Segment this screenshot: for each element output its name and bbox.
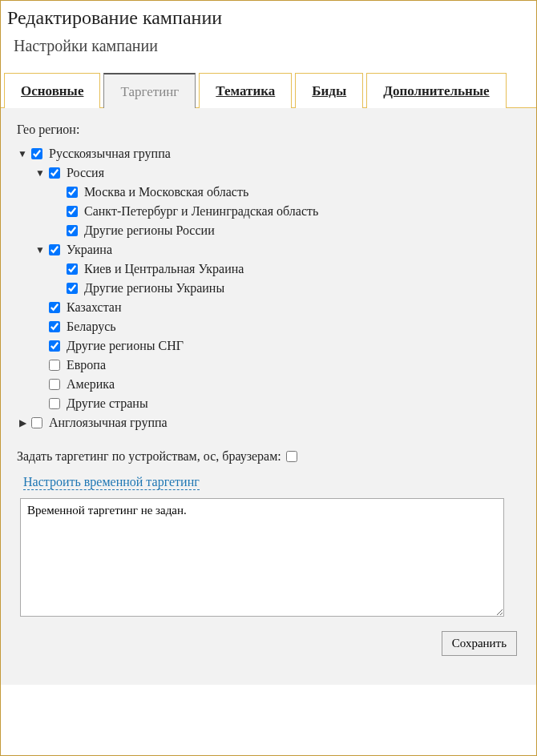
geo-checkbox[interactable] (49, 360, 60, 371)
geo-node-label: Санкт-Петербург и Ленинградская область (84, 204, 318, 219)
geo-node-label: Европа (67, 358, 106, 372)
tab-bar: ОсновныеТаргетингТематикаБидыДополнитель… (1, 73, 536, 108)
time-targeting-link[interactable]: Настроить временной таргетинг (23, 475, 200, 490)
geo-node-label: Россия (67, 166, 104, 180)
geo-checkbox[interactable] (67, 206, 78, 217)
geo-node-label: Другие страны (67, 396, 148, 411)
page-title: Редактирование кампании (7, 7, 527, 29)
geo-checkbox[interactable] (67, 263, 78, 275)
geo-checkbox[interactable] (49, 302, 60, 313)
geo-checkbox[interactable] (49, 167, 60, 179)
geo-node-label: Англоязычная группа (49, 416, 168, 430)
geo-tree: ▼Русскоязычная группа▼Россия▶Москва и Мо… (17, 147, 520, 430)
geo-node-label: Другие регионы СНГ (67, 339, 184, 353)
caret-right-icon[interactable]: ▶ (17, 417, 28, 429)
geo-node-label: Украина (67, 243, 112, 257)
tab-extra[interactable]: Дополнительные (366, 73, 506, 108)
geo-checkbox[interactable] (31, 417, 42, 428)
tab-targeting[interactable]: Таргетинг (103, 73, 196, 108)
geo-checkbox[interactable] (67, 225, 78, 236)
tab-theme[interactable]: Тематика (199, 73, 292, 108)
geo-node-label: Беларусь (67, 320, 116, 334)
geo-region-label: Гео регион: (17, 123, 520, 137)
geo-node-label: Казахстан (67, 300, 121, 315)
tab-bids[interactable]: Биды (295, 73, 363, 108)
geo-node-label: Москва и Московская область (84, 185, 248, 199)
caret-down-icon[interactable]: ▼ (17, 148, 28, 160)
geo-node-label: Киев и Центральная Украина (84, 262, 244, 276)
geo-node-label: Русскоязычная группа (49, 147, 171, 161)
geo-node-label: Другие регионы России (84, 223, 215, 238)
geo-checkbox[interactable] (31, 148, 42, 159)
device-targeting-checkbox[interactable] (286, 451, 297, 462)
caret-down-icon[interactable]: ▼ (34, 244, 46, 256)
device-targeting-label: Задать таргетинг по устройствам, ос, бра… (17, 449, 281, 464)
geo-checkbox[interactable] (67, 283, 78, 294)
geo-checkbox[interactable] (49, 398, 60, 409)
tab-panel-targeting: Гео регион: ▼Русскоязычная группа▼Россия… (1, 108, 536, 685)
tab-main[interactable]: Основные (4, 73, 100, 108)
geo-node-label: Другие регионы Украины (84, 281, 224, 296)
geo-checkbox[interactable] (49, 340, 60, 352)
geo-node-label: Америка (67, 377, 115, 392)
geo-checkbox[interactable] (67, 187, 78, 198)
page-subtitle: Настройки кампании (14, 37, 527, 55)
save-button[interactable]: Сохранить (442, 631, 517, 656)
time-targeting-textarea[interactable] (20, 498, 504, 617)
geo-checkbox[interactable] (49, 321, 60, 332)
geo-checkbox[interactable] (49, 379, 60, 390)
geo-checkbox[interactable] (49, 244, 60, 255)
caret-down-icon[interactable]: ▼ (34, 167, 46, 179)
